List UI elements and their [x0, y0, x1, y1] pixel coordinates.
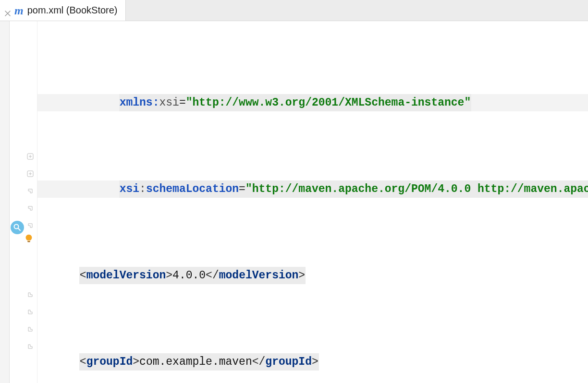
code-line: ······ <groupId>com.example.maven</group… [37, 353, 588, 371]
xml-tag: groupId [265, 356, 312, 368]
attr: xsi [159, 96, 179, 109]
fold-collapse-end-icon[interactable] [26, 291, 34, 299]
fold-collapse-end-icon[interactable] [26, 325, 34, 333]
code-editor[interactable]: ············ xmlns:xsi="http://www.w3.or… [0, 21, 588, 383]
code-line: ············ xsi:schemaLocation="http://… [37, 180, 588, 198]
svg-rect-1 [27, 241, 30, 242]
close-icon[interactable] [5, 8, 11, 13]
fold-collapse-end-icon[interactable] [26, 308, 34, 316]
code-line: ······ <modelVersion>4.0.0</modelVersion… [37, 267, 588, 284]
tab-title: pom.xml (BookStore) [27, 5, 118, 16]
intention-bulb-icon[interactable] [23, 233, 35, 245]
xml-tag: modelVersion [86, 269, 166, 282]
fold-expand-icon[interactable] [26, 153, 34, 160]
attr-value: "http://www.w3.org/2001/XMLSchema-instan… [186, 96, 471, 109]
xml-text: com.example.maven [139, 356, 252, 368]
xml-text: 4.0.0 [172, 269, 206, 282]
fold-collapse-end-icon[interactable] [26, 343, 34, 350]
left-margin [0, 21, 10, 383]
maven-file-icon: m [14, 5, 24, 16]
fold-collapse-start-icon[interactable] [26, 187, 34, 195]
xml-tag: groupId [86, 356, 133, 368]
fold-collapse-start-icon[interactable] [26, 222, 34, 229]
fold-collapse-start-icon[interactable] [26, 204, 34, 212]
svg-point-0 [14, 225, 19, 229]
editor-tab-pom[interactable]: m pom.xml (BookStore) [0, 0, 126, 21]
gutter [10, 21, 37, 383]
fold-expand-icon[interactable] [26, 170, 34, 178]
editor-tabbar: m pom.xml (BookStore) [0, 0, 588, 21]
xml-tag: modelVersion [219, 269, 299, 282]
attr-value: "http://maven.apache.org/POM/4.0.0 http:… [245, 183, 588, 195]
code-area[interactable]: ············ xmlns:xsi="http://www.w3.or… [37, 21, 588, 383]
run-anything-badge-icon[interactable] [11, 221, 24, 234]
attr: xmlns: [120, 96, 159, 109]
code-line: ············ xmlns:xsi="http://www.w3.or… [37, 94, 588, 111]
